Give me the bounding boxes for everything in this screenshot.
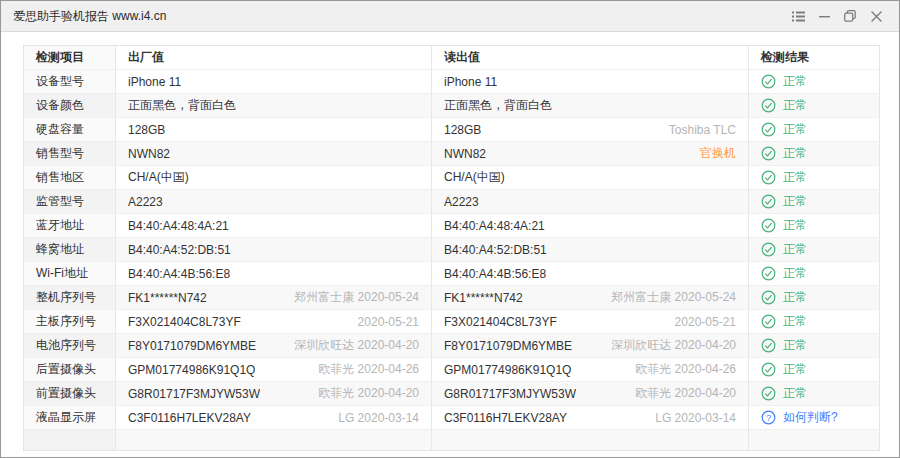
result-ok: 正常 xyxy=(761,193,867,210)
item-label: 液晶显示屏 xyxy=(24,406,116,430)
result-label: 正常 xyxy=(783,361,807,378)
read-value: 正面黑色，背面白色 xyxy=(444,97,552,114)
close-icon[interactable] xyxy=(863,5,889,27)
table-row: 蓝牙地址 B4:40:A4:48:4A:21 B4:40:A4:48:4A:21… xyxy=(24,214,880,238)
read-value: GPM01774986K91Q1Q xyxy=(444,363,571,377)
result-label: 正常 xyxy=(783,265,807,282)
result-ok: 正常 xyxy=(761,121,867,138)
report-list-icon[interactable] xyxy=(785,5,811,27)
item-label: 整机序列号 xyxy=(24,286,116,310)
item-label xyxy=(24,430,116,451)
result-cell: ? xyxy=(749,430,880,451)
result-label: 正常 xyxy=(783,145,807,162)
table-row: 电池序列号 F8Y0171079DM6YMBE 深圳欣旺达 2020-04-20… xyxy=(24,334,880,358)
factory-cell: NWN82 xyxy=(116,142,432,166)
factory-cell: B4:40:A4:48:4A:21 xyxy=(116,214,432,238)
result-cell: 正常 ? xyxy=(749,358,880,382)
result-ok: 正常 xyxy=(761,169,867,186)
item-label: 监管型号 xyxy=(24,190,116,214)
item-label: 设备颜色 xyxy=(24,94,116,118)
table-row: ? xyxy=(24,430,880,451)
result-ok: 正常 xyxy=(761,313,867,330)
read-value: B4:40:A4:52:DB:51 xyxy=(444,243,547,257)
result-cell: 正常 ? xyxy=(749,262,880,286)
factory-cell: B4:40:A4:4B:56:E8 xyxy=(116,262,432,286)
column-header-factory: 出厂值 xyxy=(116,46,432,70)
read-cell: 128GB Toshiba TLC xyxy=(432,118,749,142)
item-label: 销售型号 xyxy=(24,142,116,166)
factory-note: 欧菲光 2020-04-20 xyxy=(308,385,419,402)
table-row: 硬盘容量 128GB 128GB Toshiba TLC 正常 xyxy=(24,118,880,142)
read-note: LG 2020-03-14 xyxy=(645,411,736,425)
result-label: 正常 xyxy=(783,121,807,138)
result-label: 正常 xyxy=(783,97,807,114)
factory-cell xyxy=(116,430,432,451)
check-circle-icon xyxy=(761,362,776,377)
result-cell: 正常 ? xyxy=(749,382,880,406)
read-value: C3F0116H7LEKV28AY xyxy=(444,411,567,425)
how-to-judge-link[interactable]: 如何判断? xyxy=(783,409,838,426)
result-label: 正常 xyxy=(783,217,807,234)
factory-value: B4:40:A4:52:DB:51 xyxy=(128,243,231,257)
result-label: 正常 xyxy=(783,337,807,354)
table-body: 设备型号 iPhone 11 iPhone 11 正常 xyxy=(24,70,880,451)
table-row: 液晶显示屏 C3F0116H7LEKV28AY LG 2020-03-14 C3… xyxy=(24,406,880,430)
title-bar: 爱思助手验机报告 www.i4.cn xyxy=(1,1,899,32)
read-value: F8Y0171079DM6YMBE xyxy=(444,339,572,353)
check-circle-icon xyxy=(761,122,776,137)
read-cell: A2223 xyxy=(432,190,749,214)
read-cell: GPM01774986K91Q1Q 欧菲光 2020-04-26 xyxy=(432,358,749,382)
restore-icon[interactable] xyxy=(837,5,863,27)
table-row: 销售地区 CH/A(中国) CH/A(中国) 正常 xyxy=(24,166,880,190)
read-value: A2223 xyxy=(444,195,479,209)
check-circle-icon xyxy=(761,218,776,233)
item-label: 蓝牙地址 xyxy=(24,214,116,238)
read-value: FK1******N742 xyxy=(444,291,523,305)
factory-value: NWN82 xyxy=(128,147,170,161)
item-label: 设备型号 xyxy=(24,70,116,94)
item-label: 电池序列号 xyxy=(24,334,116,358)
read-cell: B4:40:A4:4B:56:E8 xyxy=(432,262,749,286)
table-row: 销售型号 NWN82 NWN82 官换机 正常 xyxy=(24,142,880,166)
window-title: 爱思助手验机报告 www.i4.cn xyxy=(13,8,166,25)
read-note: Toshiba TLC xyxy=(659,123,736,137)
result-cell: 正常 ? xyxy=(749,70,880,94)
read-value: F3X021404C8L73YF xyxy=(444,315,557,329)
result-ok: 正常 xyxy=(761,337,867,354)
item-label: 销售地区 xyxy=(24,166,116,190)
factory-note: 2020-05-21 xyxy=(348,315,419,329)
factory-value: B4:40:A4:48:4A:21 xyxy=(128,219,229,233)
factory-cell: 正面黑色，背面白色 xyxy=(116,94,432,118)
read-value: NWN82 xyxy=(444,147,486,161)
factory-value: GPM01774986K91Q1Q xyxy=(128,363,255,377)
result-cell: 正常 ? xyxy=(749,310,880,334)
read-note: 2020-05-21 xyxy=(665,315,736,329)
read-note: 郑州富士康 2020-05-24 xyxy=(601,289,736,306)
read-note: 欧菲光 2020-04-20 xyxy=(625,385,736,402)
check-circle-icon xyxy=(761,146,776,161)
result-ok: 正常 xyxy=(761,265,867,282)
read-cell: B4:40:A4:52:DB:51 xyxy=(432,238,749,262)
result-ok: 正常 xyxy=(761,145,867,162)
factory-value: 128GB xyxy=(128,123,165,137)
read-value: 128GB xyxy=(444,123,481,137)
factory-cell: F3X021404C8L73YF 2020-05-21 xyxy=(116,310,432,334)
result-ok: 正常 xyxy=(761,241,867,258)
item-label: 蜂窝地址 xyxy=(24,238,116,262)
read-cell xyxy=(432,430,749,451)
result-cell: 正常 ? xyxy=(749,214,880,238)
factory-value: C3F0116H7LEKV28AY xyxy=(128,411,251,425)
factory-cell: iPhone 11 xyxy=(116,70,432,94)
factory-cell: G8R01717F3MJYW53W 欧菲光 2020-04-20 xyxy=(116,382,432,406)
factory-cell: CH/A(中国) xyxy=(116,166,432,190)
item-label: 主板序列号 xyxy=(24,310,116,334)
check-circle-icon xyxy=(761,194,776,209)
minimize-icon[interactable] xyxy=(811,5,837,27)
result-ok: 正常 xyxy=(761,289,867,306)
factory-cell: GPM01774986K91Q1Q 欧菲光 2020-04-26 xyxy=(116,358,432,382)
result-label: 正常 xyxy=(783,313,807,330)
table-row: 整机序列号 FK1******N742 郑州富士康 2020-05-24 FK1… xyxy=(24,286,880,310)
check-circle-icon xyxy=(761,290,776,305)
read-note: 官换机 xyxy=(690,145,736,162)
check-circle-icon xyxy=(761,386,776,401)
